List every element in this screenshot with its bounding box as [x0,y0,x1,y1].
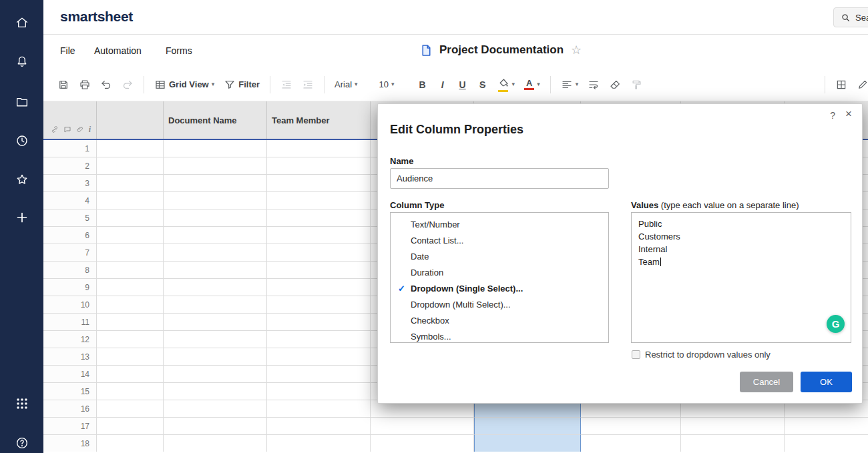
grid-cell[interactable] [267,262,371,279]
grid-cell[interactable] [164,175,267,192]
grid-cell[interactable] [97,400,164,418]
grid-cell[interactable] [164,279,267,296]
row-number[interactable]: 16 [43,400,97,418]
grid-cell[interactable] [97,383,164,400]
grid-cell[interactable] [267,192,371,209]
grid-cell[interactable] [267,227,371,244]
font-family-dropdown[interactable]: Arial ▾ [331,77,361,92]
grid-cell[interactable] [97,157,164,175]
grid-cell[interactable] [267,140,371,157]
menu-file[interactable]: File [60,45,75,56]
sidebar-item-notifications[interactable] [0,53,43,70]
font-color-button[interactable]: A ▾ [521,77,544,93]
grid-cell[interactable] [267,331,371,348]
grid-cell[interactable] [164,192,267,209]
sidebar-item-recents[interactable] [0,132,43,149]
grammarly-icon[interactable]: G [827,315,845,333]
grid-cell[interactable] [785,418,868,435]
grid-cell[interactable] [164,400,267,418]
restrict-checkbox-row[interactable]: Restrict to dropdown values only [632,350,771,360]
grid-cell[interactable] [267,209,371,227]
print-button[interactable] [75,76,94,93]
sidebar-item-home[interactable] [0,14,43,31]
grid-cell[interactable] [474,435,581,452]
row-number[interactable]: 9 [43,279,97,296]
grid-cell[interactable] [581,418,681,435]
borders-button[interactable] [832,76,851,93]
grid-cell[interactable] [164,366,267,383]
grid-cell[interactable] [164,296,267,314]
app-logo[interactable]: smartsheet [60,9,133,25]
sidebar-item-apps[interactable] [0,395,43,412]
row-number[interactable]: 7 [43,244,97,262]
wrap-text-button[interactable] [584,76,603,93]
align-dropdown[interactable]: ▾ [558,76,582,93]
grid-cell[interactable] [267,314,371,331]
grid-cell[interactable] [474,418,581,435]
grid-cell[interactable] [97,435,164,452]
grid-cell[interactable] [164,383,267,400]
dialog-close-icon[interactable]: × [845,108,852,119]
grid-cell[interactable] [97,314,164,331]
sidebar-item-create[interactable] [0,209,43,226]
row-number[interactable]: 14 [43,366,97,383]
grid-cell[interactable] [164,140,267,157]
grid-cell[interactable] [164,209,267,227]
row-number[interactable]: 12 [43,331,97,348]
filter-button[interactable]: Filter [220,76,263,93]
menu-automation[interactable]: Automation [94,45,142,56]
row-number[interactable]: 8 [43,262,97,279]
column-type-option[interactable]: Text/Number [391,216,608,232]
sidebar-item-help[interactable] [0,434,43,452]
grid-cell[interactable] [97,331,164,348]
italic-button[interactable]: I [434,77,451,93]
grid-cell[interactable] [164,244,267,262]
values-textarea[interactable]: PublicCustomersInternalTeam [631,212,851,343]
outdent-button[interactable] [277,76,296,93]
dialog-help-icon[interactable]: ? [830,110,835,121]
grid-cell[interactable] [267,175,371,192]
column-name-input[interactable] [390,168,609,189]
grid-cell[interactable] [164,331,267,348]
grid-cell[interactable] [97,175,164,192]
menu-forms[interactable]: Forms [166,45,192,56]
grid-cell[interactable] [267,244,371,262]
grid-cell[interactable] [97,209,164,227]
grid-cell[interactable] [267,157,371,175]
ok-button[interactable]: OK [801,372,852,392]
grid-cell[interactable] [97,140,164,157]
sidebar-item-browse[interactable] [0,93,43,111]
grid-cell[interactable] [267,279,371,296]
grid-cell[interactable] [97,244,164,262]
grid-view-dropdown[interactable]: Grid View ▾ [151,76,218,93]
grid-cell[interactable] [164,435,267,452]
grid-cell[interactable] [371,418,474,435]
sidebar-item-favorites[interactable] [0,171,43,188]
cancel-button[interactable]: Cancel [740,372,793,392]
grid-cell[interactable] [267,296,371,314]
restrict-checkbox[interactable] [632,350,640,359]
grid-cell[interactable] [267,366,371,383]
row-number[interactable]: 13 [43,348,97,366]
grid-cell[interactable] [97,418,164,435]
strikethrough-button[interactable]: S [474,77,491,93]
fill-color-button[interactable]: ▾ [494,75,519,95]
row-number[interactable]: 4 [43,192,97,209]
row-number[interactable]: 5 [43,209,97,227]
grid-cell[interactable] [164,418,267,435]
grid-cell[interactable] [97,366,164,383]
font-size-dropdown[interactable]: 10 ▾ [376,77,398,92]
column-type-option[interactable]: Contact List... [391,232,608,248]
row-number[interactable]: 17 [43,418,97,435]
row-number[interactable]: 6 [43,227,97,244]
undo-button[interactable] [97,76,116,93]
grid-cell[interactable] [267,383,371,400]
grid-cell[interactable] [681,418,785,435]
grid-cell[interactable] [97,227,164,244]
favorite-star-icon[interactable]: ☆ [571,43,582,57]
indent-button[interactable] [298,76,317,93]
grid-cell[interactable] [164,314,267,331]
column-type-option[interactable]: ✓Dropdown (Single Select)... [391,280,608,296]
bold-button[interactable]: B [414,77,431,93]
grid-cell[interactable] [371,435,474,452]
